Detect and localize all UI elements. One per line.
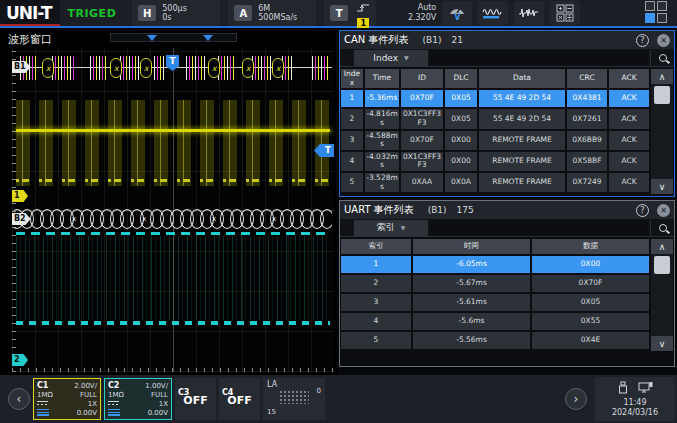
scroll-down-icon[interactable]: ∨ xyxy=(651,336,673,351)
can-search-row: Index ▼ xyxy=(340,49,674,67)
cell: 0X55 xyxy=(532,313,649,330)
window-start-marker-icon[interactable] xyxy=(147,35,157,41)
can-table-row[interactable]: 1 -5.36ms 0X70F 0X05 55 4E 49 2D 54 0X43… xyxy=(341,90,649,107)
bus-b2-event-marker: x xyxy=(272,215,276,223)
can-search-input[interactable] xyxy=(430,50,648,66)
lan-icon xyxy=(638,381,653,397)
dvm-v-label: V xyxy=(454,14,460,22)
cell: 0X1C3FF3F3 xyxy=(401,109,445,128)
close-icon[interactable]: ✕ xyxy=(657,204,670,217)
help-icon[interactable]: ? xyxy=(636,204,649,217)
can-bus-label: (B1) xyxy=(422,35,441,45)
acquire-settings-button[interactable]: A 6M 500MSa/s xyxy=(228,0,316,26)
fft-button[interactable] xyxy=(478,1,508,25)
can-scroll-thumb[interactable] xyxy=(654,86,670,104)
channel1-flag[interactable]: 1 xyxy=(12,190,28,202)
cell: 0X0A xyxy=(445,173,479,192)
uart-table-row[interactable]: 2 -5.67ms 0X70F xyxy=(341,275,649,292)
uart-table-row[interactable]: 5 -5.56ms 0X4E xyxy=(341,332,649,349)
cell: ACK xyxy=(609,90,649,107)
trigger-level-value: 2.320V xyxy=(408,13,436,23)
channel1-tile[interactable]: C1 2.00V/ 1MΩ FULL 1X 0.00V xyxy=(33,378,101,420)
uart-panel-header[interactable]: UART 事件列表 (B1) 175 ? ✕ xyxy=(340,201,674,219)
can-event-count: 21 xyxy=(451,35,462,45)
cell: 5 xyxy=(341,332,413,349)
cell: -5.56ms xyxy=(413,332,532,349)
channel1-offset: 0.00V xyxy=(77,409,97,417)
can-table: Index Time ID DLC Data CRC ACK 1 -5.36ms… xyxy=(341,69,673,194)
cell: REMOTE FRAME xyxy=(479,131,567,150)
math-button[interactable] xyxy=(550,1,580,25)
channel2-tile[interactable]: C2 1.00V/ 1MΩ FULL 1X 0.00V xyxy=(104,378,172,420)
collapse-left-button[interactable]: ‹ xyxy=(8,388,30,410)
uart-table-row[interactable]: 4 -5.6ms 0X55 xyxy=(341,313,649,330)
help-icon[interactable]: ? xyxy=(636,34,649,47)
scroll-up-icon[interactable]: ∧ xyxy=(651,69,673,84)
uart-search-button[interactable] xyxy=(650,220,674,236)
uart-table: 索引 时间 数据 1 -6.05ms 0X00 2 -5.67ms 0X70F … xyxy=(341,239,673,351)
uart-table-row[interactable]: 1 -6.05ms 0X00 xyxy=(341,256,649,273)
cell: 1 xyxy=(341,256,413,273)
ground-icon xyxy=(108,409,120,416)
cell: -4.816ms xyxy=(365,109,401,128)
cell: 2 xyxy=(341,109,365,128)
dc-coupling-icon xyxy=(37,401,48,407)
uart-bus-label: (B1) xyxy=(428,205,447,215)
sample-rate-value: 500MSa/s xyxy=(258,13,297,22)
waveform-analysis-button[interactable] xyxy=(514,1,544,25)
can-table-row[interactable]: 2 -4.816ms 0X1C3FF3F3 0X05 55 4E 49 2D 5… xyxy=(341,109,649,128)
uart-scroll-thumb[interactable] xyxy=(654,256,670,274)
uart-search-input[interactable] xyxy=(430,220,648,236)
can-search-button[interactable] xyxy=(650,50,674,66)
memory-depth-value: 6M xyxy=(258,4,270,13)
channel4-tile[interactable]: C4 OFF xyxy=(219,378,260,420)
uart-table-row[interactable]: 3 -5.61ms 0X05 xyxy=(341,294,649,311)
edge-trigger-icon xyxy=(356,0,370,17)
t-key: T xyxy=(330,5,348,21)
can-scrollbar[interactable]: ∧ ∨ xyxy=(651,69,673,194)
can-panel-header[interactable]: CAN 事件列表 (B1) 21 ? ✕ xyxy=(340,31,674,49)
trigger-settings-button[interactable]: T 1 xyxy=(324,0,376,26)
cell: 0X7249 xyxy=(567,173,609,192)
bus-b1-frame xyxy=(218,56,236,80)
bus-b1-frame xyxy=(120,56,140,80)
bus-b1-event-marker: x xyxy=(110,58,122,78)
cell: 0X7261 xyxy=(567,109,609,128)
horizontal-offset-value: 0s xyxy=(162,13,171,22)
horizontal-settings-button[interactable]: H 500μs 0s xyxy=(132,0,220,26)
cell: 0X4381 xyxy=(567,90,609,107)
bus-b1-decode-trace: x x x x x x T xyxy=(14,56,332,80)
can-col-data: Data xyxy=(479,69,567,88)
waveform-plot-area[interactable]: x x x x x x T B1 1 x x x x B2 xyxy=(12,48,334,372)
cell: 55 4E 49 2D 54 xyxy=(479,109,567,128)
can-col-ack: ACK xyxy=(609,69,649,88)
can-filter-dropdown[interactable]: Index ▼ xyxy=(354,50,428,66)
system-status-tile[interactable]: 11:49 2024/03/16 xyxy=(595,377,675,421)
expand-right-button[interactable]: › xyxy=(565,388,587,410)
cell: 0X05 xyxy=(532,294,649,311)
channel2-flag[interactable]: 2 xyxy=(12,354,28,366)
scroll-down-icon[interactable]: ∨ xyxy=(651,179,673,194)
oscilloscope-screen: UNI-T TRIGED H 500μs 0s A 6M 500MSa/s T … xyxy=(0,0,677,423)
cell: -5.36ms xyxy=(365,90,401,107)
scroll-up-icon[interactable]: ∧ xyxy=(651,239,673,254)
can-table-row[interactable]: 4 -4.032ms 0X1C3FF3F3 0X00 REMOTE FRAME … xyxy=(341,152,649,171)
window-end-marker-icon[interactable] xyxy=(203,35,213,41)
channel3-tile[interactable]: C3 OFF xyxy=(175,378,216,420)
channel1-trace-baseline xyxy=(16,129,330,132)
logic-analyzer-tile[interactable]: LA 0 15 xyxy=(263,378,325,420)
memory-overview-bar[interactable] xyxy=(110,33,237,42)
trigger-position-flag[interactable]: T xyxy=(166,55,179,71)
close-icon[interactable]: ✕ xyxy=(657,34,670,47)
uart-filter-label: 索引 xyxy=(377,221,395,234)
dc-coupling-icon xyxy=(108,401,119,407)
bus-b1-frame xyxy=(252,56,272,80)
display-layout-button[interactable] xyxy=(645,1,669,25)
can-table-row[interactable]: 5 -3.528ms 0XAA 0X0A REMOTE FRAME 0X7249… xyxy=(341,173,649,192)
can-table-row[interactable]: 3 -4.588ms 0X70F 0X00 REMOTE FRAME 0X6BB… xyxy=(341,131,649,150)
channel2-name: C2 xyxy=(108,381,119,390)
brand-logo-text: UNI-T xyxy=(6,3,52,23)
dvm-button[interactable]: V xyxy=(442,1,472,25)
uart-filter-dropdown[interactable]: 索引 ▼ xyxy=(354,220,428,236)
uart-scrollbar[interactable]: ∧ ∨ xyxy=(651,239,673,351)
